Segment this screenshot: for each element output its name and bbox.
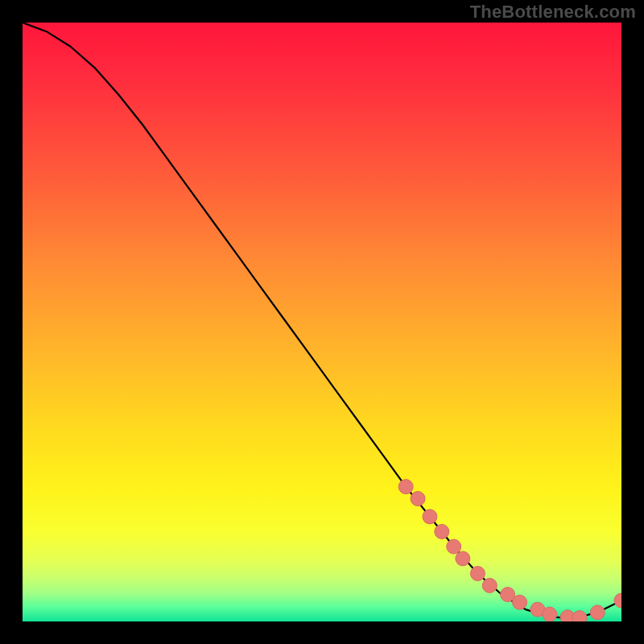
gradient-background: [23, 23, 621, 621]
data-marker: [423, 510, 437, 524]
data-marker: [590, 605, 605, 620]
data-marker: [456, 551, 470, 566]
data-marker: [411, 491, 425, 506]
data-marker: [435, 524, 449, 539]
data-marker: [482, 578, 497, 592]
data-marker: [470, 566, 485, 580]
data-marker: [572, 611, 587, 621]
data-marker: [447, 539, 461, 554]
chart-svg: [23, 23, 621, 621]
data-marker: [398, 480, 413, 494]
plot-area: [23, 23, 621, 621]
chart-stage: TheBottleneck.com: [0, 0, 644, 644]
data-marker: [543, 607, 557, 621]
watermark-text: TheBottleneck.com: [470, 2, 636, 23]
data-marker: [513, 595, 527, 609]
